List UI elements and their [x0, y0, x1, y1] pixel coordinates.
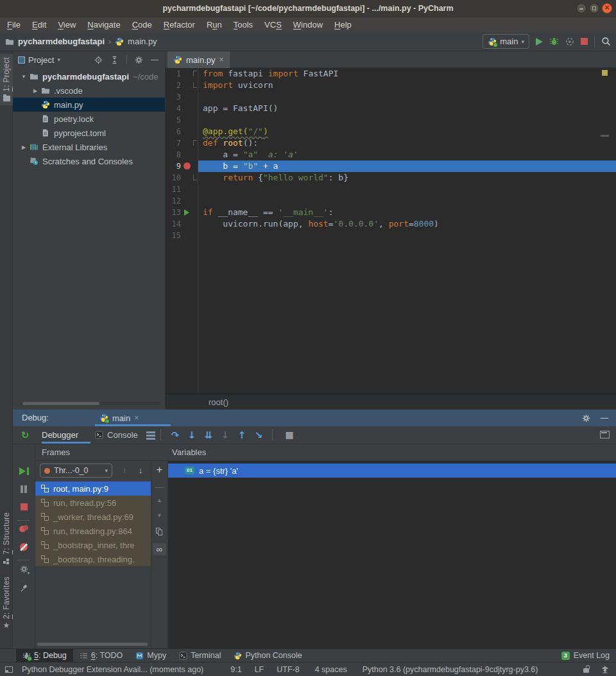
warning-stripe-mark[interactable]: [602, 70, 608, 76]
toolwindow-button-mypy[interactable]: Mypy: [129, 649, 173, 662]
search-icon[interactable]: [601, 37, 611, 46]
line-number[interactable]: 12: [166, 195, 181, 207]
tree-item-external-libraries[interactable]: ▶External Libraries: [13, 140, 165, 154]
step-into-icon[interactable]: ↓: [184, 429, 200, 441]
menu-file[interactable]: File: [1, 17, 26, 32]
stop-icon[interactable]: [13, 503, 35, 510]
view-breakpoints-icon[interactable]: [13, 525, 35, 533]
breadcrumb-project[interactable]: pycharmdebugfastapi: [18, 37, 105, 46]
resume-icon[interactable]: [13, 467, 35, 475]
maximize-button[interactable]: [589, 3, 599, 13]
menu-tools[interactable]: Tools: [228, 17, 259, 32]
run-button[interactable]: [536, 38, 543, 46]
expand-arrow-icon[interactable]: ▼: [18, 74, 30, 80]
toggle-toolwindows-icon[interactable]: [5, 666, 13, 673]
run-configuration-select[interactable]: main ▾: [483, 34, 529, 49]
menu-run[interactable]: Run: [201, 17, 228, 32]
line-number[interactable]: 13: [166, 207, 181, 218]
locate-file-icon[interactable]: [94, 56, 103, 64]
fold-marker-icon[interactable]: [193, 175, 197, 180]
status-message[interactable]: Python Debugger Extension Avail... (mome…: [22, 665, 203, 674]
expand-arrow-icon[interactable]: ▶: [30, 88, 41, 94]
stop-button[interactable]: [581, 38, 588, 45]
stripe-button-1-project[interactable]: 1: Project: [0, 54, 13, 105]
evaluate-expression-icon[interactable]: ▦: [281, 426, 298, 444]
hide-panel-icon[interactable]: —: [601, 413, 608, 422]
fold-marker-icon[interactable]: [193, 82, 197, 88]
horizontal-scrollbar[interactable]: [37, 643, 148, 646]
fold-marker-icon[interactable]: [193, 71, 197, 76]
frame-row[interactable]: root, main.py:9: [35, 481, 151, 496]
tree-item-scratches-and-consoles[interactable]: Scratches and Consoles: [13, 154, 165, 168]
breadcrumb-function[interactable]: root(): [209, 395, 228, 410]
minimize-button[interactable]: [576, 3, 586, 13]
thread-select[interactable]: Thr...-0_0 ▾: [40, 464, 112, 478]
variable-row[interactable]: 01a = {str} 'a': [168, 464, 616, 478]
line-separator[interactable]: LF: [255, 665, 264, 674]
toolwindow-button-6-todo[interactable]: 6: TODO: [73, 649, 130, 662]
tree-item-vscode[interactable]: ▶.vscode: [13, 83, 165, 98]
tab-console[interactable]: Console: [95, 426, 138, 444]
run-with-coverage-button[interactable]: [565, 37, 574, 46]
close-icon[interactable]: ×: [219, 55, 224, 64]
line-number[interactable]: 11: [166, 184, 181, 195]
caret-position[interactable]: 9:1: [230, 665, 241, 674]
menu-refactor[interactable]: Refactor: [158, 17, 201, 32]
breakpoint-icon[interactable]: [184, 162, 191, 169]
frame-row[interactable]: run, thread.py:56: [35, 496, 151, 510]
project-view-select[interactable]: Project: [28, 55, 54, 65]
remove-watch-icon[interactable]: —: [151, 480, 167, 492]
tree-item-pycharmdebugfastapi[interactable]: ▼pycharmdebugfastapi~/code: [13, 69, 165, 83]
inspections-hector-icon[interactable]: [601, 665, 610, 674]
python-interpreter[interactable]: Python 3.6 (pycharmdebugfastapi-9cdjtyrg…: [363, 665, 538, 674]
run-to-cursor-icon[interactable]: ↘: [250, 429, 267, 441]
pin-icon[interactable]: [13, 584, 35, 593]
frame-row[interactable]: _bootstrap_inner, thre: [35, 538, 151, 552]
line-number[interactable]: 4: [166, 103, 181, 114]
toolwindow-button-terminal[interactable]: Terminal: [173, 649, 227, 662]
line-number[interactable]: 5: [166, 114, 181, 126]
fold-marker-icon[interactable]: [193, 140, 197, 146]
line-number[interactable]: 7: [166, 137, 181, 149]
add-watch-icon[interactable]: +: [151, 464, 167, 476]
line-number[interactable]: 3: [166, 91, 181, 103]
next-frame-icon[interactable]: ↓: [133, 464, 148, 478]
menu-help[interactable]: Help: [329, 17, 357, 32]
stripe-button-2-favorites[interactable]: 2: Favorites★: [0, 576, 13, 629]
file-encoding[interactable]: UTF-8: [277, 665, 299, 674]
menu-edit[interactable]: Edit: [26, 17, 52, 32]
menu-window[interactable]: Window: [287, 17, 329, 32]
menu-code[interactable]: Code: [126, 17, 158, 32]
toolwindow-button-python-console[interactable]: Python Console: [227, 649, 308, 662]
run-gutter-icon[interactable]: [184, 209, 189, 216]
step-out-icon[interactable]: ↑: [234, 429, 250, 441]
mute-breakpoints-icon[interactable]: [13, 543, 35, 551]
indent-style[interactable]: 4 spaces: [315, 665, 347, 674]
menu-vcs[interactable]: VCS: [259, 17, 287, 32]
toolwindow-button-5-debug[interactable]: 5: Debug: [16, 649, 73, 662]
menu-navigate[interactable]: Navigate: [81, 17, 126, 32]
expand-arrow-icon[interactable]: ▶: [18, 144, 30, 150]
frame-row[interactable]: run, threading.py:864: [35, 524, 151, 538]
tab-debugger[interactable]: Debugger: [42, 426, 78, 444]
step-over-icon[interactable]: ↷: [167, 429, 184, 441]
line-number[interactable]: 10: [166, 172, 181, 184]
breadcrumb-file[interactable]: main.py: [128, 37, 157, 46]
editor-tab-main-py[interactable]: main.py ×: [167, 51, 230, 68]
show-watches-icon[interactable]: ∞: [153, 543, 166, 555]
close-icon[interactable]: ×: [134, 413, 139, 422]
line-number[interactable]: 8: [166, 149, 181, 160]
line-number[interactable]: 2: [166, 80, 181, 91]
close-button[interactable]: [602, 3, 612, 13]
move-down-icon[interactable]: ▼: [151, 511, 167, 520]
debug-button[interactable]: [549, 37, 559, 46]
rerun-icon[interactable]: ↻: [18, 428, 32, 442]
frame-row[interactable]: _worker, thread.py:69: [35, 510, 151, 524]
line-number[interactable]: 1: [166, 68, 181, 80]
line-number[interactable]: 14: [166, 218, 181, 230]
tree-item-poetry-lock[interactable]: poetry.lock: [13, 112, 165, 126]
move-up-icon[interactable]: ▲: [151, 496, 167, 505]
collapse-all-icon[interactable]: [110, 56, 119, 64]
stripe-button-7-structure[interactable]: 7: Structure: [0, 512, 13, 565]
tree-item-pyproject-toml[interactable]: pyproject.toml: [13, 126, 165, 140]
